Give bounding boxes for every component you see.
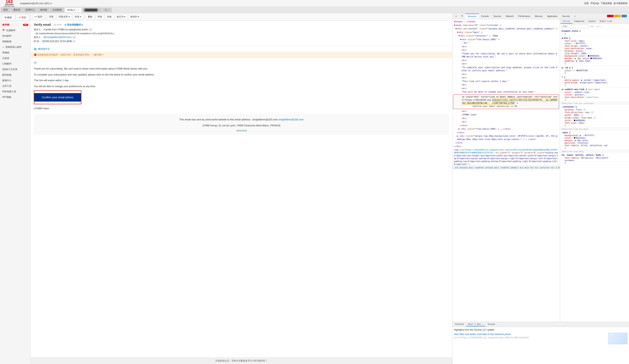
dropdown-icon[interactable]: ▾: [50, 2, 51, 5]
tab-verify[interactable]: Verify e... ✕: [65, 8, 82, 12]
move-button[interactable]: 移动到 ▾: [128, 14, 141, 19]
sidebar-item-starred[interactable]: ★ 星标联系人邮件: [0, 44, 30, 50]
dom-line-3[interactable]: ▼<div id="content" class="netease_mail_r…: [452, 27, 560, 31]
dom-line-2[interactable]: ▼<body tabindex="0" role="listitem" >: [452, 24, 560, 27]
devtools-tab-sources[interactable]: Sources: [491, 14, 503, 18]
tab-inbox[interactable]: 收件箱: [38, 7, 50, 12]
dom-line-8[interactable]: <br>: [452, 45, 560, 49]
console-tab-whatsnew[interactable]: What's New ✕: [466, 322, 485, 326]
dom-panel[interactable]: ▼<head> … </head> ▼<body tabindex="0" ro…: [452, 19, 560, 322]
sidebar-item-sent[interactable]: 已发送: [0, 56, 30, 61]
add-from-button[interactable]: +: [89, 28, 92, 31]
sidebar-item-file-tools[interactable]: 文件工具: [0, 83, 30, 89]
dom-line-13[interactable]: "You will be able to change your prefere…: [452, 90, 560, 94]
sidebar-item-subscriptions[interactable]: 订阅邮件: [0, 61, 30, 67]
news-title[interactable]: New filter and better overrides in the N…: [454, 333, 628, 336]
reply-all-button[interactable]: 回复全部 ▾: [56, 14, 72, 19]
nav-settings[interactable]: 设置: [584, 2, 589, 5]
dom-line-br6[interactable]: <br>: [452, 87, 560, 91]
tab-blurred[interactable]: ████████ ✕: [82, 8, 102, 12]
footer-email-link[interactable]: ctraplatform@163.com: [278, 118, 304, 121]
dom-line-br7[interactable]: <br>: [452, 110, 560, 113]
confirm-email-button[interactable]: Confirm your email adress: [34, 93, 81, 101]
styles-tab-events[interactable]: Event List: [598, 19, 614, 24]
tab-enterprise[interactable]: 企业邮箱: [50, 7, 64, 12]
dom-line-6[interactable]: ▼<div style="flex-basis:100%" >: [452, 38, 560, 41]
dom-line-5[interactable]: ▼<div class="container" > flex: [452, 34, 560, 38]
nav-invite[interactable]: 参与邀请邮箱: [614, 2, 628, 5]
dom-selected-element[interactable]: <a class="btn" title="Link to Email Adde…: [453, 94, 559, 109]
email-account[interactable]: ctraplatform@163.com (297) ▾: [20, 2, 51, 5]
dom-line-br1[interactable]: <br>: [452, 59, 560, 62]
tab-c[interactable]: C ✕: [103, 8, 112, 12]
tab-close-verify[interactable]: ✕: [77, 9, 79, 11]
dom-line-closediv4[interactable]: </div>: [452, 145, 560, 148]
sidebar-item-other-folders[interactable]: 其他4个文件夹: [0, 67, 30, 72]
dom-line-11[interactable]: "To complete your subscription and stay …: [452, 66, 560, 73]
dom-line-br5[interactable]: <br>: [452, 83, 560, 87]
write-button[interactable]: ✏ 写信: [16, 15, 29, 20]
dom-line-1[interactable]: ▼<head> … </head>: [452, 20, 560, 24]
console-tab-console[interactable]: Console: [453, 322, 466, 326]
tab-close-blurred[interactable]: ✕: [98, 9, 100, 11]
devtools-tab-more[interactable]: »: [572, 14, 578, 18]
styles-filter-input[interactable]: [562, 25, 588, 28]
devtools-tab-security[interactable]: Security: [560, 14, 572, 18]
dom-line-divstyle[interactable]: ▶ <div style="margin-top:10px;background…: [452, 134, 560, 141]
dom-line-br8[interactable]: <br>: [452, 117, 560, 120]
dom-line-12[interactable]: "This link will expire within 1 day.": [452, 80, 560, 83]
devtools-tab-application[interactable]: Application: [545, 14, 560, 18]
translate-link[interactable]: 翻译成中文: [38, 47, 50, 51]
footer-website-link[interactable]: utmb.world: [236, 129, 247, 132]
nav-mobile[interactable]: 手机App: [590, 2, 599, 5]
devtools-menu-btn[interactable]: ≡: [453, 14, 459, 18]
dom-line-utmb[interactable]: "UTMB® team": [452, 113, 560, 117]
tab-close-c[interactable]: ✕: [108, 9, 109, 11]
dom-line-flexdiv2[interactable]: ▶ <div style="flex-basis:100%" > … </div…: [452, 127, 560, 131]
forward-button[interactable]: 转发 ▾: [73, 14, 83, 19]
sidebar-item-ppt[interactable]: PPT模板: [0, 94, 30, 100]
sidebar-item-inbox[interactable]: 收件箱 297: [0, 22, 30, 28]
security-banner[interactable]: 🔴 您的邮箱安全待提升！仅需1分钟，安全性提升30%，一键升级>>: [31, 52, 452, 58]
tab-home[interactable]: 首页: [1, 7, 10, 12]
sidebar-item-drafts[interactable]: 草稿箱: [0, 50, 30, 56]
dom-line-7[interactable]: " Hi,": [452, 41, 560, 45]
reject-button[interactable]: 拒收: [105, 14, 114, 19]
sidebar-item-pdf[interactable]: PDF转换工具: [0, 89, 30, 94]
devtools-refresh-btn[interactable]: ⟳: [459, 14, 465, 18]
devtools-tab-network[interactable]: Network: [503, 14, 516, 18]
console-tab-issues[interactable]: Issues: [485, 322, 497, 326]
devtools-tab-performance[interactable]: Performance: [516, 14, 532, 18]
dom-line-br9[interactable]: <br>: [452, 120, 560, 124]
styles-tab-styles[interactable]: Styles: [561, 19, 572, 24]
sidebar-item-tags[interactable]: 邮件标签: [0, 72, 30, 78]
devtools-tab-elements[interactable]: Elements: [465, 14, 479, 19]
report-button[interactable]: 举报: [95, 14, 104, 19]
sidebar-item-todo[interactable]: 待办邮件: [0, 33, 30, 39]
back-button[interactable]: << 返回: [32, 14, 44, 19]
security-mode[interactable]: ⊙ 安全浏览模式 ▾: [64, 23, 83, 26]
whatsnew-close[interactable]: ✕: [482, 323, 483, 325]
dom-line-closediv2[interactable]: </div>: [452, 131, 560, 135]
dom-line-closediv3[interactable]: </div>: [452, 141, 560, 145]
devtools-tab-memory[interactable]: Memory: [532, 14, 545, 18]
sidebar-item-flagged[interactable]: 🚩 红旗邮件: [0, 28, 30, 33]
dom-line-10[interactable]: "Thank you for subscribing. We can't wai…: [452, 52, 560, 59]
dom-line-br3[interactable]: <br>: [452, 73, 560, 76]
devtools-tab-console[interactable]: Console: [479, 14, 491, 18]
sidebar-item-mailbox-center[interactable]: 邮箱中心: [0, 78, 30, 83]
dom-line-closediv1[interactable]: </div>: [452, 124, 560, 127]
styles-tab-layout[interactable]: Layout: [586, 19, 598, 24]
dom-line-br4[interactable]: <br>: [452, 76, 560, 80]
sidebar-item-smart[interactable]: 智能标签: [0, 39, 30, 44]
add-to-button[interactable]: +: [73, 36, 76, 39]
dom-line-9[interactable]: <br>: [452, 48, 560, 52]
reply-button[interactable]: 回复: [47, 14, 56, 19]
dom-line-br2[interactable]: <br>: [452, 62, 560, 66]
styles-tab-computed[interactable]: Computed: [572, 19, 586, 24]
nav-desktop[interactable]: 下载桌面版: [601, 2, 612, 5]
delete-button[interactable]: 删除: [86, 14, 95, 19]
tab-contacts[interactable]: 通讯录: [11, 7, 23, 12]
receive-button[interactable]: ✉ 收信: [1, 15, 15, 20]
dom-line-4[interactable]: ▼<div class="main" >: [452, 31, 560, 34]
